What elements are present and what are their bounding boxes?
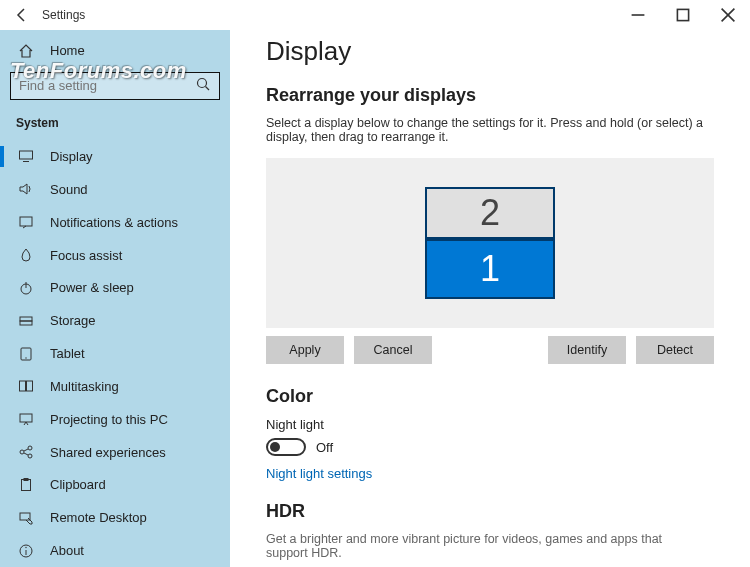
nav-projecting[interactable]: Projecting to this PC: [0, 403, 230, 436]
clipboard-icon: [16, 477, 36, 493]
search-box[interactable]: [10, 72, 220, 100]
page-title: Display: [266, 36, 714, 67]
nav-remote[interactable]: Remote Desktop: [0, 501, 230, 534]
nav-label: Clipboard: [50, 477, 106, 492]
titlebar: Settings: [0, 0, 750, 30]
nav-tablet[interactable]: Tablet: [0, 337, 230, 370]
multitasking-icon: [16, 378, 36, 394]
focus-icon: [16, 247, 36, 263]
nav-notifications[interactable]: Notifications & actions: [0, 206, 230, 239]
search-icon: [195, 76, 211, 96]
close-button[interactable]: [705, 0, 750, 30]
svg-rect-6: [20, 217, 32, 226]
nav-label: About: [50, 543, 84, 558]
shared-icon: [16, 444, 36, 460]
home-label: Home: [50, 43, 85, 58]
sound-icon: [16, 181, 36, 197]
nav-label: Notifications & actions: [50, 215, 178, 230]
rearrange-desc: Select a display below to change the set…: [266, 116, 714, 144]
nav-label: Multitasking: [50, 379, 119, 394]
svg-point-18: [28, 454, 32, 458]
projecting-icon: [16, 411, 36, 427]
power-icon: [16, 280, 36, 296]
nav-about[interactable]: About: [0, 534, 230, 567]
nav-label: Display: [50, 149, 93, 164]
svg-rect-13: [20, 381, 26, 391]
svg-point-24: [25, 546, 26, 547]
hdr-heading: HDR: [266, 501, 714, 522]
svg-point-16: [20, 450, 24, 454]
night-light-settings-link[interactable]: Night light settings: [266, 466, 714, 481]
svg-rect-9: [20, 317, 32, 321]
sidebar: Home System Display Sound Notifications …: [0, 30, 230, 567]
nav-label: Remote Desktop: [50, 510, 147, 525]
svg-rect-15: [20, 414, 32, 422]
nav-sound[interactable]: Sound: [0, 173, 230, 206]
home-link[interactable]: Home: [0, 34, 230, 68]
nav-label: Storage: [50, 313, 96, 328]
minimize-button[interactable]: [615, 0, 660, 30]
night-light-state: Off: [316, 440, 333, 455]
tablet-icon: [16, 346, 36, 362]
about-icon: [16, 543, 36, 559]
color-heading: Color: [266, 386, 714, 407]
svg-rect-19: [22, 479, 31, 490]
category-heading: System: [0, 110, 230, 140]
display-arrangement-area[interactable]: 2 1: [266, 158, 714, 328]
nav-label: Sound: [50, 182, 88, 197]
svg-rect-10: [20, 321, 32, 325]
back-button[interactable]: [10, 3, 34, 27]
search-input[interactable]: [19, 78, 195, 93]
hdr-desc: Get a brighter and more vibrant picture …: [266, 532, 666, 560]
remote-icon: [16, 510, 36, 526]
svg-point-2: [198, 78, 207, 87]
svg-point-17: [28, 446, 32, 450]
display-icon: [16, 148, 36, 164]
svg-point-12: [25, 357, 26, 358]
cancel-button[interactable]: Cancel: [354, 336, 432, 364]
night-light-toggle[interactable]: [266, 438, 306, 456]
svg-rect-4: [20, 151, 33, 159]
svg-line-3: [206, 86, 210, 90]
svg-rect-1: [677, 9, 688, 20]
notifications-icon: [16, 214, 36, 230]
nav-shared[interactable]: Shared experiences: [0, 436, 230, 469]
home-icon: [16, 43, 36, 59]
nav-storage[interactable]: Storage: [0, 304, 230, 337]
nav-label: Shared experiences: [50, 445, 166, 460]
window-title: Settings: [42, 8, 85, 22]
monitor-2[interactable]: 2: [425, 187, 555, 239]
maximize-button[interactable]: [660, 0, 705, 30]
nav-label: Power & sleep: [50, 280, 134, 295]
nav-display[interactable]: Display: [0, 140, 230, 173]
rearrange-heading: Rearrange your displays: [266, 85, 714, 106]
monitor-1[interactable]: 1: [425, 239, 555, 299]
nav-power[interactable]: Power & sleep: [0, 271, 230, 304]
nav-focus[interactable]: Focus assist: [0, 239, 230, 272]
detect-button[interactable]: Detect: [636, 336, 714, 364]
storage-icon: [16, 313, 36, 329]
nav-label: Tablet: [50, 346, 85, 361]
nav-label: Projecting to this PC: [50, 412, 168, 427]
nav-label: Focus assist: [50, 248, 122, 263]
night-light-label: Night light: [266, 417, 714, 432]
nav-multitasking[interactable]: Multitasking: [0, 370, 230, 403]
apply-button[interactable]: Apply: [266, 336, 344, 364]
svg-rect-14: [27, 381, 33, 391]
nav-clipboard[interactable]: Clipboard: [0, 469, 230, 502]
content-area: Display Rearrange your displays Select a…: [230, 30, 750, 567]
identify-button[interactable]: Identify: [548, 336, 626, 364]
